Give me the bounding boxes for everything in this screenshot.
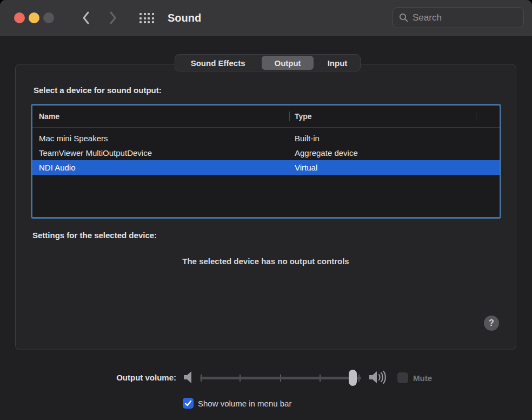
column-divider[interactable] — [476, 111, 476, 121]
device-list-label: Select a device for sound output: — [34, 86, 162, 95]
tab-output[interactable]: Output — [262, 56, 314, 70]
settings-label: Settings for the selected device: — [32, 231, 157, 240]
search-input[interactable]: Search — [393, 7, 524, 28]
column-header-type[interactable]: Type — [295, 106, 312, 127]
table-row[interactable]: NDI Audio Virtual — [32, 160, 500, 175]
tab-bar: Sound Effects Output Input — [175, 54, 361, 71]
table-row[interactable]: TeamViewer MultiOutputDevice Aggregate d… — [32, 146, 500, 160]
device-table[interactable]: Name Type Mac mini Speakers Built-in Tea… — [31, 104, 501, 219]
table-row[interactable]: Mac mini Speakers Built-in — [32, 131, 500, 146]
show-all-grid-icon[interactable] — [139, 13, 154, 23]
device-table-body: Mac mini Speakers Built-in TeamViewer Mu… — [32, 128, 500, 175]
forward-button[interactable] — [106, 9, 119, 27]
column-header-name[interactable]: Name — [39, 106, 59, 127]
output-volume-label: Output volume: — [101, 373, 176, 382]
zoom-button — [43, 12, 54, 23]
window-title: Sound — [168, 0, 201, 36]
speaker-high-icon — [368, 369, 388, 388]
output-volume-slider[interactable] — [200, 370, 361, 386]
show-volume-checkbox[interactable] — [183, 398, 194, 409]
device-name: NDI Audio — [39, 160, 76, 175]
volume-slider-thumb[interactable] — [349, 370, 357, 386]
device-type: Virtual — [295, 160, 317, 175]
tab-sound-effects[interactable]: Sound Effects — [175, 56, 261, 70]
minimize-button[interactable] — [29, 12, 39, 23]
device-table-header: Name Type — [32, 106, 500, 128]
close-button[interactable] — [14, 12, 25, 23]
mute-label: Mute — [413, 373, 432, 383]
show-volume-label: Show volume in menu bar — [198, 399, 291, 408]
device-type: Aggregate device — [295, 146, 358, 160]
column-divider[interactable] — [289, 111, 290, 121]
search-placeholder: Search — [413, 12, 442, 23]
mute-checkbox[interactable] — [397, 372, 408, 383]
device-type: Built-in — [295, 131, 320, 146]
device-name: Mac mini Speakers — [39, 131, 108, 146]
sound-preferences-window: Sound Search Sound Effects Output Input … — [0, 0, 532, 420]
search-icon — [399, 13, 408, 22]
help-button[interactable]: ? — [484, 316, 499, 331]
no-output-controls-message: The selected device has no output contro… — [15, 257, 516, 266]
back-button[interactable] — [80, 9, 93, 27]
slider-track[interactable] — [200, 377, 361, 379]
tab-input[interactable]: Input — [315, 56, 360, 70]
device-name: TeamViewer MultiOutputDevice — [39, 146, 152, 160]
title-bar: Sound Search — [0, 0, 532, 36]
speaker-low-icon — [182, 370, 194, 386]
